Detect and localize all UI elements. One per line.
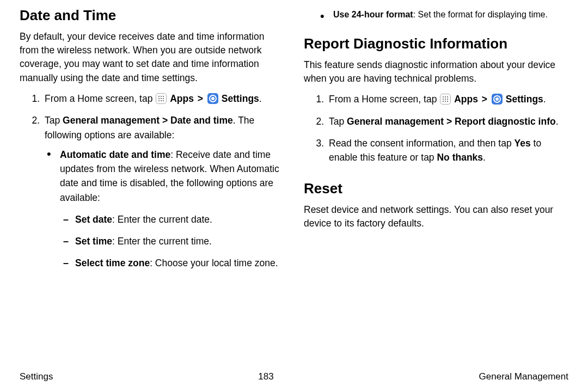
intro-date-time: By default, your device receives date an… [20,30,284,85]
step-2: Tap General management > Date and time. … [42,113,284,270]
apps-label: Apps [170,93,194,104]
right-column: Use 24-hour format: Set the format for d… [304,7,568,278]
intro-diagnostic: This feature sends diagnostic informatio… [304,58,568,86]
opt-24h-bold: Use 24-hour format [333,10,413,19]
d3-e: . [483,152,486,163]
sub-set-date: Set date: Enter the current date. [75,212,284,226]
d-step-3: Read the consent information, and then t… [327,136,568,165]
options-list: Automatic date and time: Receive date an… [45,148,284,271]
d2-prefix: Tap [329,116,347,127]
steps-diagnostic: From a Home screen, tap Apps > Settings.… [304,92,568,164]
footer-right: General Management [479,371,568,382]
opt-auto-bold: Automatic date and time [60,149,170,160]
d3-yes: Yes [514,138,531,149]
chevron-icon: > [482,94,487,105]
footer-page-number: 183 [258,371,273,382]
heading-reset: Reset [304,180,568,198]
settings-label: Settings [222,93,259,104]
option-auto: Automatic date and time: Receive date an… [60,148,284,271]
settings-icon [207,93,218,104]
sub-date-bold: Set date [75,214,112,225]
d3-no: No thanks [437,152,483,163]
sub-set-time: Set time: Enter the current time. [75,234,284,248]
apps-icon [440,94,451,105]
apps-label: Apps [454,94,478,105]
sub-time-bold: Set time [75,236,112,247]
left-column: Date and Time By default, your device re… [20,7,284,278]
settings-label: Settings [506,94,543,105]
step2-bold: General management > Date and time [63,115,233,126]
sub-date-text: : Enter the current date. [112,214,212,225]
apps-icon [156,93,167,104]
sub-time-text: : Enter the current time. [112,236,212,247]
d-step-2: Tap General management > Report diagnost… [327,114,568,128]
step-1: From a Home screen, tap Apps > Settings. [42,91,284,106]
heading-diagnostic: Report Diagnostic Information [304,35,568,53]
period: . [259,93,262,104]
sub-time-zone: Select time zone: Choose your local time… [75,256,284,270]
steps-date-time: From a Home screen, tap Apps > Settings.… [20,91,284,271]
intro-reset: Reset device and network settings. You c… [304,203,568,231]
period: . [543,94,546,105]
d2-suffix: . [556,116,559,127]
settings-icon [492,94,503,105]
opt-24h-text: : Set the format for displaying time. [413,10,548,19]
d-step-1: From a Home screen, tap Apps > Settings. [327,92,568,106]
option-24h: Use 24-hour format: Set the format for d… [333,10,568,20]
footer-left: Settings [20,371,53,382]
sub-tz-text: : Choose your local time zone. [150,258,278,268]
chevron-icon: > [198,93,203,104]
d3-a: Read the consent information, and then t… [329,138,514,149]
step1-prefix: From a Home screen, tap [45,93,155,104]
heading-date-time: Date and Time [20,7,284,24]
option-24h-list: Use 24-hour format: Set the format for d… [304,10,568,20]
step2-prefix: Tap [45,115,63,126]
sub-tz-bold: Select time zone [75,258,150,268]
d2-bold: General management > Report diagnostic i… [347,116,556,127]
sub-options: Set date: Enter the current date. Set ti… [60,212,284,271]
page-footer: Settings 183 General Management [0,371,588,382]
d1-prefix: From a Home screen, tap [329,94,439,105]
